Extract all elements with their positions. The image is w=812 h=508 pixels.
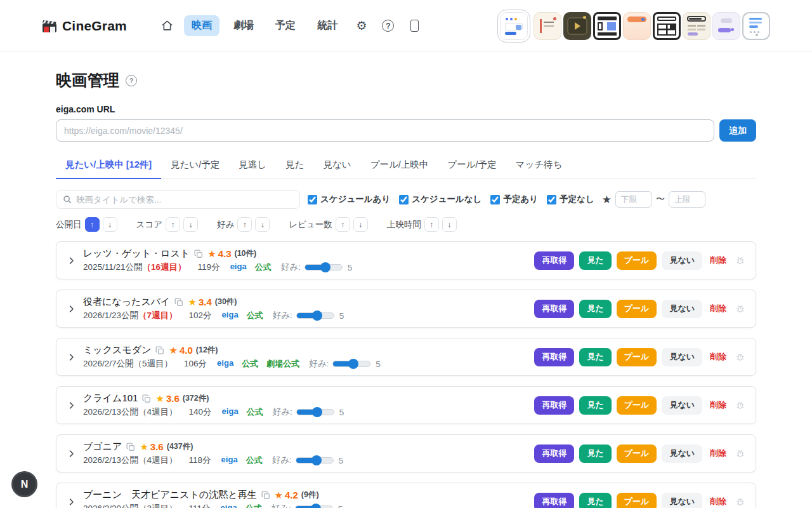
delete-button[interactable]: 削除 xyxy=(707,251,729,270)
eiga-link[interactable]: eiga xyxy=(221,503,237,508)
pool-button[interactable]: プール xyxy=(617,396,657,415)
bug-icon[interactable] xyxy=(735,352,745,362)
official-site-link[interactable]: 公式 xyxy=(247,406,263,418)
copy-icon[interactable] xyxy=(194,250,203,258)
slider-thumb[interactable] xyxy=(311,455,322,465)
video-player-app-icon[interactable] xyxy=(563,12,591,40)
delete-button[interactable]: 削除 xyxy=(707,300,729,318)
bug-icon[interactable] xyxy=(735,304,745,314)
eiga-url-input[interactable] xyxy=(56,119,714,142)
expand-chevron-icon[interactable] xyxy=(67,449,78,458)
refetch-button[interactable]: 再取得 xyxy=(534,493,574,508)
copy-icon[interactable] xyxy=(261,491,270,500)
browser-peach-app-icon[interactable] xyxy=(623,12,651,40)
official-site-link[interactable]: 公式 xyxy=(247,310,263,321)
bug-icon[interactable] xyxy=(735,400,745,410)
slider-thumb[interactable] xyxy=(320,262,331,272)
delete-button[interactable]: 削除 xyxy=(707,348,729,366)
slider-thumb[interactable] xyxy=(312,407,322,417)
skip-button[interactable]: 見ない xyxy=(662,444,702,463)
dashboard-app-icon[interactable] xyxy=(500,12,528,40)
pool-button[interactable]: プール xyxy=(617,444,657,463)
checkbox-input[interactable] xyxy=(547,195,556,204)
floating-n-button[interactable]: N xyxy=(11,471,37,497)
expand-chevron-icon[interactable] xyxy=(67,256,78,265)
watched-button[interactable]: 見た xyxy=(579,300,611,318)
slider-thumb[interactable] xyxy=(312,311,322,321)
skip-button[interactable]: 見ない xyxy=(662,251,702,270)
sort-asc-icon[interactable]: ↑ xyxy=(237,217,252,232)
refetch-button[interactable]: 再取得 xyxy=(534,348,574,366)
delete-button[interactable]: 削除 xyxy=(707,396,729,415)
delete-button[interactable]: 削除 xyxy=(707,444,729,463)
nav-item-movies[interactable]: 映画 xyxy=(184,15,219,36)
slider-thumb[interactable] xyxy=(348,359,358,369)
watched-button[interactable]: 見た xyxy=(579,396,611,415)
eiga-link[interactable]: eiga xyxy=(217,358,233,370)
mobile-icon[interactable] xyxy=(405,16,425,36)
bug-icon[interactable] xyxy=(735,255,745,265)
nav-item-schedule[interactable]: 予定 xyxy=(268,15,303,36)
sort-desc-icon[interactable]: ↓ xyxy=(255,217,270,232)
watched-button[interactable]: 見た xyxy=(579,348,611,366)
sort-asc-icon[interactable]: ↑ xyxy=(85,217,100,232)
nav-item-stats[interactable]: 統計 xyxy=(310,15,345,36)
nav-item-theaters[interactable]: 劇場 xyxy=(226,15,261,36)
expand-chevron-icon[interactable] xyxy=(67,352,78,362)
grid-table-app-icon[interactable] xyxy=(653,12,681,40)
eiga-link[interactable]: eiga xyxy=(222,406,239,418)
copy-icon[interactable] xyxy=(142,394,151,403)
watched-button[interactable]: 見た xyxy=(579,444,611,463)
kanban-app-icon[interactable] xyxy=(683,12,710,40)
pool-button[interactable]: プール xyxy=(617,251,657,270)
sort-desc-icon[interactable]: ↓ xyxy=(103,217,117,232)
tab-5[interactable]: プール/上映中 xyxy=(361,152,438,179)
skip-button[interactable]: 見ない xyxy=(662,300,702,318)
expand-chevron-icon[interactable] xyxy=(67,497,78,507)
sort-desc-icon[interactable]: ↓ xyxy=(353,217,368,232)
tab-3[interactable]: 見た xyxy=(276,152,313,179)
preference-slider[interactable] xyxy=(295,505,333,508)
preference-slider[interactable] xyxy=(296,457,334,464)
search-input[interactable] xyxy=(76,195,293,204)
filter-checkbox[interactable]: スケジュールあり xyxy=(308,194,390,205)
preference-slider[interactable] xyxy=(332,361,370,367)
expand-chevron-icon[interactable] xyxy=(67,304,78,314)
official-site-link[interactable]: 公式 xyxy=(246,503,262,508)
official-site-link[interactable]: 公式 xyxy=(242,358,258,370)
refetch-button[interactable]: 再取得 xyxy=(534,251,574,270)
refetch-button[interactable]: 再取得 xyxy=(534,396,574,415)
watched-button[interactable]: 見た xyxy=(579,251,611,270)
bug-icon[interactable] xyxy=(735,448,745,458)
skip-button[interactable]: 見ない xyxy=(662,396,702,415)
help-icon[interactable]: ? xyxy=(378,16,398,36)
watched-button[interactable]: 見た xyxy=(579,493,611,508)
pool-button[interactable]: プール xyxy=(617,300,657,318)
sort-asc-icon[interactable]: ↑ xyxy=(166,217,180,232)
news-layout-app-icon[interactable] xyxy=(593,12,621,40)
official-site-link[interactable]: 劇場公式 xyxy=(266,358,299,370)
tab-4[interactable]: 見ない xyxy=(313,152,360,179)
delete-button[interactable]: 削除 xyxy=(707,493,729,508)
checkbox-input[interactable] xyxy=(399,195,409,204)
pool-button[interactable]: プール xyxy=(617,493,657,508)
tab-7[interactable]: マッチ待ち xyxy=(506,152,572,179)
refetch-button[interactable]: 再取得 xyxy=(534,300,574,318)
tab-0[interactable]: 見たい/上映中 [12件] xyxy=(56,152,161,179)
copy-icon[interactable] xyxy=(174,298,183,307)
official-site-link[interactable]: 公式 xyxy=(246,455,263,466)
preference-slider[interactable] xyxy=(304,264,343,271)
notes-app-icon[interactable] xyxy=(534,12,561,40)
eiga-link[interactable]: eiga xyxy=(222,310,239,321)
sort-asc-icon[interactable]: ↑ xyxy=(336,217,350,232)
help-icon[interactable]: ? xyxy=(126,75,137,86)
preference-slider[interactable] xyxy=(296,409,334,415)
preference-slider[interactable] xyxy=(296,312,334,319)
home-icon[interactable] xyxy=(157,16,178,36)
chat-app-icon[interactable] xyxy=(712,12,740,40)
pool-button[interactable]: プール xyxy=(617,348,657,366)
bug-icon[interactable] xyxy=(735,497,745,507)
filter-checkbox[interactable]: スケジュールなし xyxy=(399,194,481,205)
copy-icon[interactable] xyxy=(155,346,164,355)
checkbox-input[interactable] xyxy=(308,195,317,204)
